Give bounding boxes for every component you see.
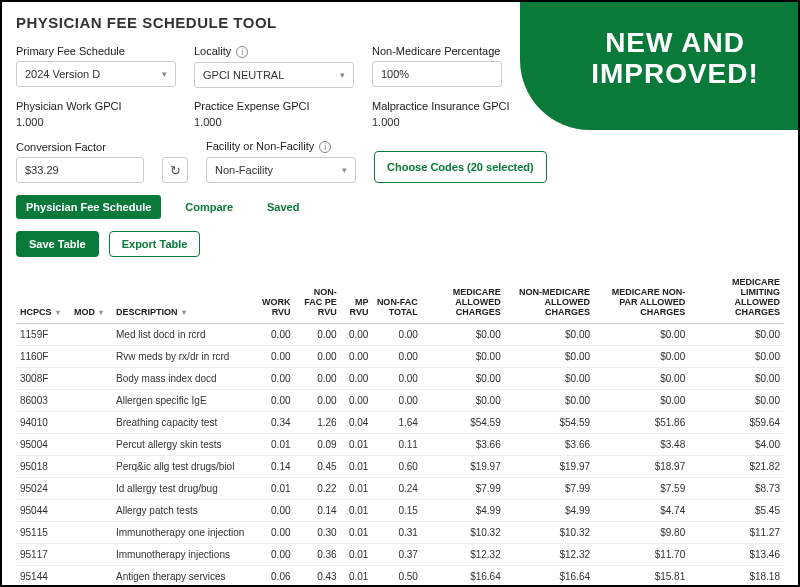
col-nonfac-pe-rvu[interactable]: NON-FAC PE RVU — [295, 271, 341, 324]
chevron-down-icon: ▾ — [162, 69, 167, 79]
cell-nftot: 0.50 — [372, 566, 421, 588]
cell-nftot: 0.00 — [372, 390, 421, 412]
cell-nfpe: 0.45 — [295, 456, 341, 478]
cell-mp: 0.01 — [341, 434, 373, 456]
cell-nftot: 0.15 — [372, 500, 421, 522]
cell-hcpcs: 95044 — [16, 500, 70, 522]
cell-nftot: 0.60 — [372, 456, 421, 478]
cell-med: $3.66 — [422, 434, 505, 456]
col-medicare-allowed[interactable]: MEDICARE ALLOWED CHARGES — [422, 271, 505, 324]
cell-nonmed: $12.32 — [505, 544, 594, 566]
cell-mod — [70, 566, 112, 588]
cell-mod — [70, 544, 112, 566]
facility-select[interactable]: Non-Facility ▾ — [206, 157, 356, 183]
cell-nonpar: $7.59 — [594, 478, 689, 500]
promo-ribbon: NEW AND IMPROVED! — [520, 0, 800, 130]
cell-desc: Allergy patch tests — [112, 500, 252, 522]
cell-limit: $11.27 — [689, 522, 784, 544]
tab-fee-schedule[interactable]: Physician Fee Schedule — [16, 195, 161, 219]
cell-desc: Id allergy test drug/bug — [112, 478, 252, 500]
table-row: 95144Antigen therapy services0.060.430.0… — [16, 566, 784, 588]
cell-nfpe: 1.26 — [295, 412, 341, 434]
table-row: 95044Allergy patch tests0.000.140.010.15… — [16, 500, 784, 522]
tab-saved[interactable]: Saved — [257, 195, 309, 219]
table-row: 1160FRvw meds by rx/dr in rcrd0.000.000.… — [16, 346, 784, 368]
cell-desc: Percut allergy skin tests — [112, 434, 252, 456]
cell-limit: $18.18 — [689, 566, 784, 588]
cell-limit: $59.64 — [689, 412, 784, 434]
conversion-factor-label: Conversion Factor — [16, 141, 144, 153]
cell-desc: Immunotherapy one injection — [112, 522, 252, 544]
cell-hcpcs: 1159F — [16, 324, 70, 346]
filter-icon: ▾ — [56, 308, 60, 317]
cell-nonmed: $10.32 — [505, 522, 594, 544]
locality-label: Locality i — [194, 45, 354, 58]
cell-nonmed: $16.64 — [505, 566, 594, 588]
cell-nonpar: $9.80 — [594, 522, 689, 544]
cell-med: $16.64 — [422, 566, 505, 588]
cell-hcpcs: 3008F — [16, 368, 70, 390]
cell-med: $12.32 — [422, 544, 505, 566]
cell-nonpar: $11.70 — [594, 544, 689, 566]
cell-nftot: 0.31 — [372, 522, 421, 544]
cell-work: 0.00 — [252, 500, 295, 522]
primary-fee-select[interactable]: 2024 Version D ▾ — [16, 61, 176, 87]
mp-gpci-value: 1.000 — [372, 116, 532, 128]
table-row: 95018Perq&ic allg test drugs/biol0.140.4… — [16, 456, 784, 478]
info-icon[interactable]: i — [319, 141, 331, 153]
reload-button[interactable]: ↻ — [162, 157, 188, 183]
col-work-rvu[interactable]: WORK RVU — [252, 271, 295, 324]
cell-nfpe: 0.43 — [295, 566, 341, 588]
locality-select[interactable]: GPCI NEUTRAL ▾ — [194, 62, 354, 88]
cell-nfpe: 0.22 — [295, 478, 341, 500]
cell-limit: $0.00 — [689, 390, 784, 412]
choose-codes-button[interactable]: Choose Codes (20 selected) — [374, 151, 547, 183]
cell-hcpcs: 1160F — [16, 346, 70, 368]
table-row: 95024Id allergy test drug/bug0.010.220.0… — [16, 478, 784, 500]
chevron-down-icon: ▾ — [342, 165, 347, 175]
filter-icon: ▾ — [182, 308, 186, 317]
col-nonfac-total[interactable]: NON-FAC TOTAL — [372, 271, 421, 324]
export-table-button[interactable]: Export Table — [109, 231, 201, 257]
cell-limit: $13.46 — [689, 544, 784, 566]
cell-nonpar: $3.48 — [594, 434, 689, 456]
cell-med: $19.97 — [422, 456, 505, 478]
tab-compare[interactable]: Compare — [175, 195, 243, 219]
pe-gpci-label: Practice Expense GPCI — [194, 100, 354, 112]
col-hcpcs[interactable]: HCPCS▾ — [16, 271, 70, 324]
cell-work: 0.00 — [252, 368, 295, 390]
col-nonmedicare-allowed[interactable]: NON-MEDICARE ALLOWED CHARGES — [505, 271, 594, 324]
info-icon[interactable]: i — [236, 46, 248, 58]
col-mod[interactable]: MOD▾ — [70, 271, 112, 324]
locality-value: GPCI NEUTRAL — [203, 69, 284, 81]
cell-med: $10.32 — [422, 522, 505, 544]
cell-mod — [70, 478, 112, 500]
cell-desc: Body mass index docd — [112, 368, 252, 390]
cell-limit: $0.00 — [689, 368, 784, 390]
conversion-factor-input[interactable]: $33.29 — [16, 157, 144, 183]
cell-med: $0.00 — [422, 346, 505, 368]
cell-desc: Rvw meds by rx/dr in rcrd — [112, 346, 252, 368]
work-gpci-label: Physician Work GPCI — [16, 100, 176, 112]
table-row: 1159FMed list docd in rcrd0.000.000.000.… — [16, 324, 784, 346]
cell-desc: Med list docd in rcrd — [112, 324, 252, 346]
col-medicare-nonpar[interactable]: MEDICARE NON-PAR ALLOWED CHARGES — [594, 271, 689, 324]
cell-limit: $8.73 — [689, 478, 784, 500]
cell-nftot: 0.00 — [372, 346, 421, 368]
col-medicare-limiting[interactable]: MEDICARE LIMITING ALLOWED CHARGES — [689, 271, 784, 324]
cell-hcpcs: 95018 — [16, 456, 70, 478]
cell-hcpcs: 94010 — [16, 412, 70, 434]
col-mp-rvu[interactable]: MP RVU — [341, 271, 373, 324]
nonmedicare-pct-input[interactable]: 100% — [372, 61, 502, 87]
cell-desc: Breathing capacity test — [112, 412, 252, 434]
save-table-button[interactable]: Save Table — [16, 231, 99, 257]
cell-work: 0.00 — [252, 346, 295, 368]
cell-med: $0.00 — [422, 390, 505, 412]
cell-nftot: 0.00 — [372, 368, 421, 390]
cell-work: 0.01 — [252, 478, 295, 500]
col-description[interactable]: DESCRIPTION▾ — [112, 271, 252, 324]
work-gpci-value: 1.000 — [16, 116, 176, 128]
cell-work: 0.00 — [252, 522, 295, 544]
cell-work: 0.00 — [252, 544, 295, 566]
cell-hcpcs: 95117 — [16, 544, 70, 566]
